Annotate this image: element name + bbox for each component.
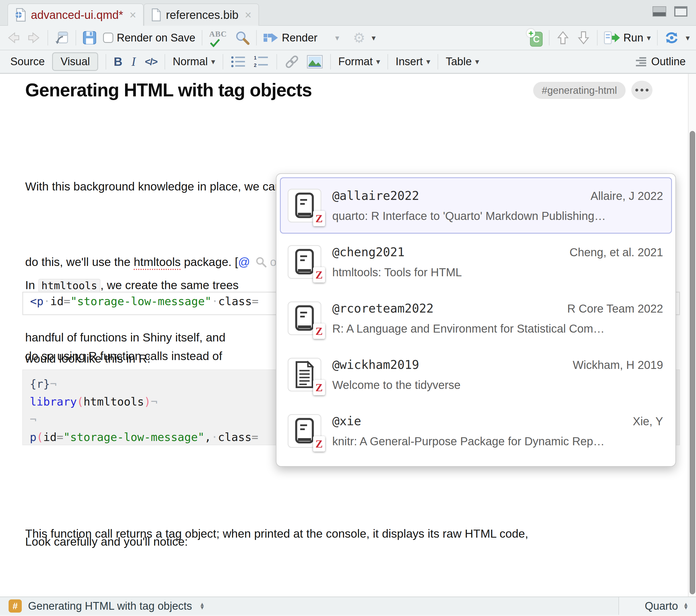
toolbar-right-group: C + Run ▾ xyxy=(526,29,690,47)
book-icon xyxy=(294,417,315,445)
chevron-down-icon: ▾ xyxy=(376,57,380,66)
render-on-save-control: Render on Save xyxy=(103,32,195,44)
editor-canvas[interactable]: Generating HTML with tag objects #genera… xyxy=(0,74,696,597)
svg-text:1: 1 xyxy=(254,55,256,61)
tab-label: references.bib xyxy=(166,9,238,21)
bold-button[interactable]: B xyxy=(114,55,122,69)
separator xyxy=(76,30,76,46)
citation-source-icon-box: Z xyxy=(288,358,321,391)
zotero-badge: Z xyxy=(313,436,325,452)
source-refresh-icon[interactable] xyxy=(664,31,679,45)
citation-author: R Core Team 2022 xyxy=(567,302,663,315)
source-mode-button[interactable]: Source xyxy=(10,55,45,68)
outline-toggle[interactable]: Outline xyxy=(635,55,686,68)
format-toolbar: Source Visual B I </> Normal ▾ 1 2 xyxy=(0,50,696,74)
bullet-list-icon[interactable] xyxy=(231,55,246,68)
current-section-label: Generating HTML with tag objects xyxy=(28,600,192,612)
citation-autocomplete-popup: Z @allaire2022 Allaire, J 2022 quarto: R… xyxy=(276,173,676,467)
run-button[interactable]: Run ▾ xyxy=(604,31,651,45)
zotero-badge: Z xyxy=(313,323,325,339)
zotero-badge: Z xyxy=(313,211,325,226)
close-icon[interactable]: × xyxy=(245,9,251,21)
citation-item-wickham2019[interactable]: Z @wickham2019 Wickham, H 2019 Welcome t… xyxy=(280,346,672,403)
vertical-scrollbar[interactable] xyxy=(688,74,696,597)
italic-button[interactable]: I xyxy=(130,54,138,69)
refresh-dropdown-caret[interactable]: ▾ xyxy=(686,33,690,43)
search-icon[interactable] xyxy=(235,30,250,45)
bullet-list-item: •The <p> tag has become a p() function c… xyxy=(38,553,540,597)
run-icon xyxy=(604,31,620,45)
save-icon[interactable] xyxy=(82,31,97,45)
numbered-list-icon[interactable]: 1 2 xyxy=(254,55,269,68)
citation-source-icon-box: Z xyxy=(288,245,321,279)
render-on-save-label: Render on Save xyxy=(117,32,195,44)
popout-window-icon[interactable] xyxy=(54,30,69,45)
scrollbar-thumb[interactable] xyxy=(690,131,695,594)
render-dropdown-caret[interactable]: ▾ xyxy=(335,33,339,43)
render-icon xyxy=(263,31,279,44)
visual-mode-button[interactable]: Visual xyxy=(52,52,98,71)
citation-at-sign: @ xyxy=(238,255,250,269)
citation-item-xie[interactable]: Z @xie Xie, Y knitr: A General-Purpose P… xyxy=(280,403,672,459)
citation-search-icon xyxy=(255,256,267,268)
document-mode-selector[interactable]: Quarto ▲▼ xyxy=(618,597,696,615)
citation-source-icon-box: Z xyxy=(288,302,321,335)
gear-icon[interactable]: ⚙ xyxy=(353,31,365,45)
citation-title: Welcome to the tidyverse xyxy=(332,379,663,391)
window-controls xyxy=(652,6,687,17)
citation-item-cheng2021[interactable]: Z @cheng2021 Cheng, et al. 2021 htmltool… xyxy=(280,234,672,290)
separator xyxy=(164,54,165,69)
paragraph-4: Look carefully and you'll notice: xyxy=(25,529,188,554)
render-on-save-checkbox[interactable] xyxy=(103,33,113,43)
insert-chunk-icon[interactable]: C + xyxy=(526,29,543,47)
link-icon[interactable] xyxy=(284,55,299,69)
outline-icon xyxy=(635,56,647,67)
citation-id: @wickham2019 xyxy=(332,358,419,372)
section-navigator[interactable]: # Generating HTML with tag objects ▲▼ xyxy=(0,599,205,613)
zotero-badge: Z xyxy=(313,267,325,282)
zotero-badge: Z xyxy=(313,380,325,395)
run-dropdown-caret: ▾ xyxy=(647,33,651,43)
maximize-icon[interactable] xyxy=(674,6,687,17)
paragraph-between: would look like this in R: xyxy=(25,346,151,371)
citation-source-icon-box: Z xyxy=(288,189,321,223)
go-to-next-icon[interactable] xyxy=(576,30,591,45)
paragraph-style-dropdown[interactable]: Normal ▾ xyxy=(173,55,215,68)
table-menu[interactable]: Table ▾ xyxy=(446,55,479,68)
quarto-file-icon xyxy=(15,8,26,22)
book-icon xyxy=(294,248,315,276)
section-anchor-badge: #generating-html xyxy=(533,82,626,99)
go-to-previous-icon[interactable] xyxy=(556,30,570,45)
minimize-icon[interactable] xyxy=(652,6,666,17)
separator xyxy=(276,54,277,69)
file-icon xyxy=(151,8,161,21)
tab-advanced-ui-qmd[interactable]: advanced-ui.qmd* × xyxy=(7,3,144,26)
forward-arrow-icon[interactable] xyxy=(27,31,41,45)
status-bar: # Generating HTML with tag objects ▲▼ Qu… xyxy=(0,597,696,615)
editor-tabbar: advanced-ui.qmd* × references.bib × xyxy=(0,0,696,26)
citation-author: Allaire, J 2022 xyxy=(591,190,663,202)
separator xyxy=(202,30,202,46)
svg-text:2: 2 xyxy=(254,63,256,68)
book-icon xyxy=(294,192,315,220)
tab-references-bib[interactable]: references.bib × xyxy=(144,3,259,26)
citation-item-allaire2022[interactable]: Z @allaire2022 Allaire, J 2022 quarto: R… xyxy=(280,177,672,234)
options-dropdown-caret[interactable]: ▾ xyxy=(371,33,376,43)
mode-selector-arrows-icon: ▲▼ xyxy=(683,603,689,610)
citation-title: knitr: A General-Purpose Package for Dyn… xyxy=(332,435,663,448)
chevron-down-icon: ▾ xyxy=(211,57,215,66)
separator xyxy=(657,30,658,46)
format-menu[interactable]: Format ▾ xyxy=(338,55,380,68)
more-options-button[interactable] xyxy=(631,81,652,99)
insert-menu[interactable]: Insert ▾ xyxy=(396,55,430,68)
image-icon[interactable] xyxy=(307,55,323,69)
close-icon[interactable]: × xyxy=(129,9,136,21)
citation-item-rcoreteam2022[interactable]: Z @rcoreteam2022 R Core Team 2022 R: A L… xyxy=(280,290,672,346)
separator xyxy=(48,30,48,46)
back-arrow-icon[interactable] xyxy=(6,31,21,45)
citation-title: htmltools: Tools for HTML xyxy=(332,266,663,279)
code-button[interactable]: </> xyxy=(145,56,157,67)
spellcheck-icon[interactable]: ABC xyxy=(209,30,229,46)
section-selector-arrows-icon: ▲▼ xyxy=(200,603,205,610)
render-button[interactable]: Render xyxy=(263,31,318,44)
